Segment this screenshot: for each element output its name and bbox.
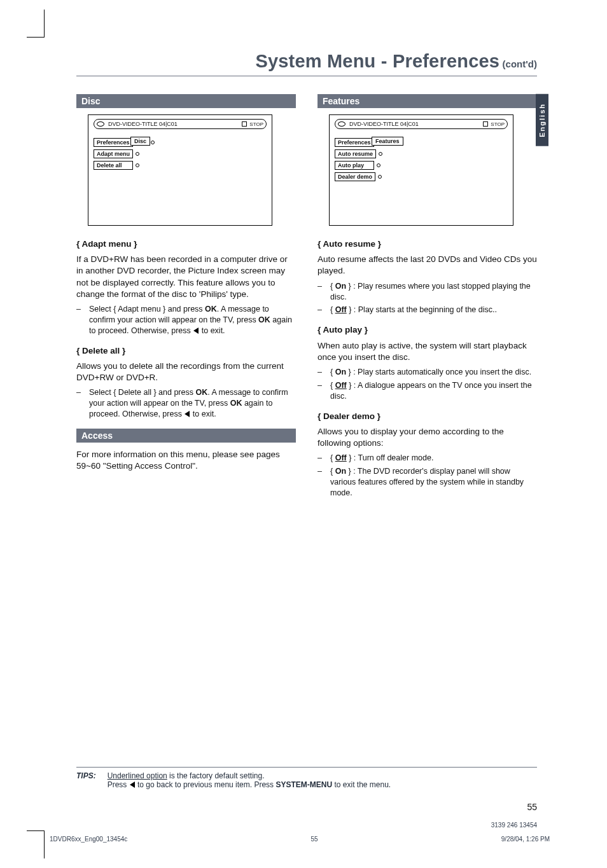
adapt-menu-step: – Select { Adapt menu } and press OK. A …: [76, 304, 296, 336]
disc-delete-all-box: Delete all: [94, 161, 133, 170]
content-columns: Disc DVD-VIDEO-TITLE 04|C01 STOP Disc: [76, 94, 537, 507]
delete-step-d: to exit.: [190, 410, 216, 418]
tips-underlined: Underlined option: [108, 771, 167, 780]
print-footer: 1DVDR6xx_Eng00_13454c 55 9/28/04, 1:26 P…: [50, 836, 550, 843]
auto-play-heading: { Auto play }: [317, 324, 537, 336]
stop-icon: [483, 121, 488, 127]
dealer-demo-on: – { On } : The DVD recorder's display pa…: [317, 466, 537, 499]
ok-label: OK: [195, 388, 207, 397]
access-para: For more information on this menu, pleas…: [76, 449, 296, 472]
features-menu-titlebar: DVD-VIDEO-TITLE 04|C01 STOP: [335, 119, 508, 129]
adapt-menu-heading: { Adapt menu }: [76, 238, 296, 250]
disc-preferences-box: Preferences: [94, 138, 133, 147]
stop-icon: [242, 121, 247, 127]
off-label: Off: [335, 381, 347, 390]
delete-all-para: Allows you to delete all the recordings …: [76, 361, 296, 383]
footer-filename: 1DVDR6xx_Eng00_13454c: [50, 836, 127, 843]
auto-resume-on-text: } : Play resumes where you last stopped …: [330, 282, 531, 301]
adapt-step-d: to exit.: [199, 326, 225, 335]
tree-node-icon: [377, 163, 380, 167]
page-title: System Menu - Preferences: [255, 51, 499, 71]
ok-label: OK: [258, 315, 270, 324]
disc-icon: [338, 121, 345, 127]
tree-node-icon: [378, 175, 382, 179]
features-auto-play-box: Auto play: [335, 161, 374, 170]
disc-crumb: Disc: [130, 137, 150, 146]
dealer-demo-heading: { Dealer demo }: [317, 411, 537, 422]
left-arrow-icon: [129, 780, 136, 789]
disc-stop-label: STOP: [249, 121, 263, 127]
on-label: On: [335, 282, 346, 291]
tips-line2d: to exit the menu.: [332, 780, 391, 789]
tips-line1b: is the factory default setting.: [167, 771, 265, 780]
features-menu-tree: Features Preferences Auto resume Auto pl…: [335, 138, 508, 181]
tips-line2b: to go back to previous menu item. Press: [136, 780, 276, 789]
tips-line2a: Press: [108, 780, 129, 789]
footer-page: 55: [311, 836, 318, 843]
disc-body: { Adapt menu } If a DVD+RW has been reco…: [76, 238, 296, 420]
left-arrow-icon: [184, 410, 190, 418]
auto-resume-off-text: } : Play starts at the beginning of the …: [347, 305, 497, 314]
features-dealer-demo-box: Dealer demo: [335, 172, 375, 181]
delete-all-heading: { Delete all }: [76, 345, 296, 357]
section-bar-access: Access: [76, 429, 296, 443]
features-stop-label: STOP: [491, 121, 505, 127]
language-tab: English: [536, 94, 548, 146]
crop-mark-bottom-left: [27, 830, 45, 858]
dealer-demo-off: – { Off } : Turn off dealer mode.: [317, 453, 537, 464]
dealer-demo-on-text: } : The DVD recorder's display panel wil…: [330, 467, 524, 497]
adapt-menu-para: If a DVD+RW has been recorded in a compu…: [76, 254, 296, 300]
disc-icon: [97, 121, 104, 127]
delete-all-step: – Select { Delete all } and press OK. A …: [76, 387, 296, 420]
tips-label: TIPS:: [76, 771, 96, 789]
tree-node-icon: [379, 152, 382, 156]
auto-resume-off: – { Off } : Play starts at the beginning…: [317, 305, 537, 315]
footer-timestamp: 9/28/04, 1:26 PM: [501, 836, 550, 843]
tree-node-icon: [136, 152, 139, 156]
auto-play-off-text: } : A dialogue appears on the TV once yo…: [330, 381, 532, 401]
auto-play-off: – { Off } : A dialogue appears on the TV…: [317, 380, 537, 402]
right-column: Features DVD-VIDEO-TITLE 04|C01 STOP Fea…: [317, 94, 537, 507]
system-menu-label: SYSTEM-MENU: [276, 780, 332, 789]
features-body: { Auto resume } Auto resume affects the …: [317, 238, 537, 499]
page: System Menu - Preferences (cont'd) Engli…: [0, 0, 607, 868]
features-menu-title: DVD-VIDEO-TITLE 04|C01: [349, 121, 419, 127]
auto-resume-heading: { Auto resume }: [317, 238, 537, 250]
disc-menu-screenshot: DVD-VIDEO-TITLE 04|C01 STOP Disc Prefere…: [88, 114, 272, 226]
disc-menu-title: DVD-VIDEO-TITLE 04|C01: [108, 121, 178, 127]
dealer-demo-para: Allows you to display your demo accordin…: [317, 426, 537, 449]
page-number: 55: [527, 802, 537, 812]
auto-resume-para: Auto resume affects the last 20 DVDs and…: [317, 254, 537, 277]
auto-play-on: – { On } : Play starts automatically onc…: [317, 367, 537, 378]
dealer-demo-off-text: } : Turn off dealer mode.: [347, 453, 434, 462]
section-bar-disc: Disc: [76, 94, 296, 108]
off-label: Off: [335, 453, 347, 462]
auto-play-para: When auto play is active, the system wil…: [317, 340, 537, 363]
features-preferences-box: Preferences: [335, 138, 374, 147]
disc-adapt-menu-box: Adapt menu: [94, 149, 133, 158]
features-auto-resume-box: Auto resume: [335, 149, 376, 158]
disc-menu-tree: Disc Preferences Adapt menu Delete all: [94, 138, 267, 170]
left-column: Disc DVD-VIDEO-TITLE 04|C01 STOP Disc: [76, 94, 296, 507]
tree-node-icon: [151, 141, 155, 144]
delete-step-a: Select { Delete all } and press: [89, 388, 195, 397]
part-number: 3139 246 13454: [491, 822, 537, 829]
adapt-step-a: Select { Adapt menu } and press: [89, 305, 205, 313]
on-label: On: [335, 368, 346, 376]
features-menu-screenshot: DVD-VIDEO-TITLE 04|C01 STOP Features Pre…: [329, 114, 513, 226]
tips-footer: TIPS: Underlined option is the factory d…: [76, 767, 537, 789]
on-label: On: [335, 467, 346, 476]
features-crumb: Features: [372, 137, 403, 146]
ok-label: OK: [205, 305, 217, 313]
section-bar-features: Features: [317, 94, 537, 108]
auto-resume-on: – { On } : Play resumes where you last s…: [317, 281, 537, 303]
ok-label: OK: [230, 399, 242, 408]
page-title-contd: (cont'd): [503, 59, 537, 69]
left-arrow-icon: [193, 326, 199, 335]
disc-menu-titlebar: DVD-VIDEO-TITLE 04|C01 STOP: [94, 119, 267, 129]
tree-node-icon: [136, 163, 139, 167]
page-title-row: System Menu - Preferences (cont'd): [76, 51, 537, 76]
off-label: Off: [335, 305, 347, 314]
auto-play-on-text: } : Play starts automatically once you i…: [346, 368, 531, 376]
crop-mark-top-left: [27, 10, 45, 38]
